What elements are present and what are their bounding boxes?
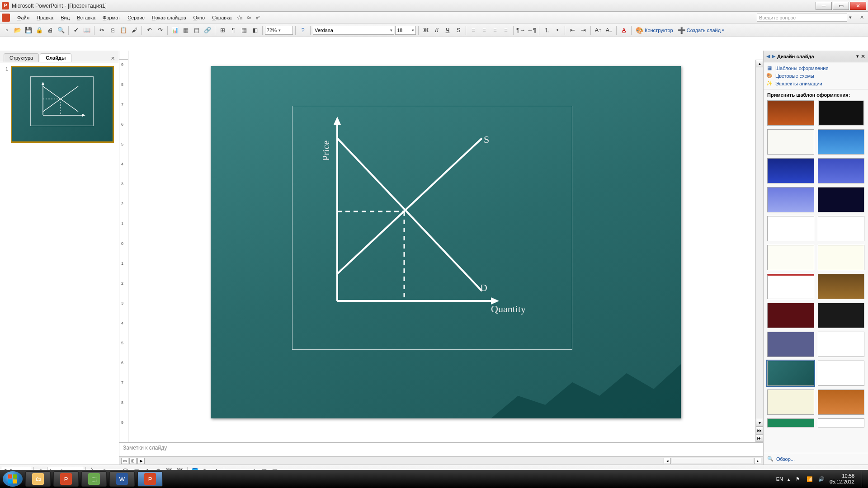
template-thumb[interactable]	[818, 245, 865, 270]
template-thumb[interactable]	[818, 389, 865, 415]
tp-link-colors[interactable]: 🎨Цветовые схемы	[766, 72, 865, 80]
slide-canvas[interactable]: Price Quantity S D ▴ ▾ ⏮ ⏭	[128, 60, 763, 442]
menu-insert[interactable]: Вставка	[73, 14, 99, 21]
scroll-down-icon[interactable]: ▾	[756, 419, 763, 427]
paste-icon[interactable]: 📋	[118, 25, 128, 35]
shadow-icon[interactable]: S	[453, 25, 463, 35]
tables-borders-icon[interactable]: ▤	[192, 25, 202, 35]
tp-fwd-icon[interactable]: ▶	[772, 53, 775, 59]
tab-structure[interactable]: Структура	[4, 53, 39, 62]
menu-slideshow[interactable]: Показ слайдов	[148, 14, 190, 21]
tray-language[interactable]: EN	[776, 476, 783, 482]
document-system-icon[interactable]	[2, 14, 10, 22]
underline-icon[interactable]: Ч	[443, 25, 453, 35]
new-icon[interactable]: ▫	[2, 25, 12, 35]
tp-back-icon[interactable]: ◀	[766, 53, 770, 59]
font-color-icon[interactable]: A	[619, 25, 629, 35]
increase-font-icon[interactable]: A↑	[593, 25, 603, 35]
ask-question-box[interactable]: Введите вопрос	[757, 14, 847, 22]
insert-table-icon[interactable]: ▦	[181, 25, 191, 35]
template-thumb[interactable]	[767, 418, 814, 427]
template-thumb[interactable]	[767, 332, 814, 357]
template-thumb[interactable]	[767, 389, 814, 415]
template-thumb-selected[interactable]	[767, 361, 814, 386]
align-right-icon[interactable]: ≡	[490, 25, 500, 35]
tray-volume-icon[interactable]: 🔊	[818, 475, 825, 483]
template-thumb[interactable]	[767, 187, 814, 212]
tp-browse-link[interactable]: 🔍Обзор...	[767, 455, 864, 463]
template-thumb[interactable]	[767, 100, 814, 126]
tray-network-icon[interactable]: 📶	[806, 475, 813, 483]
scroll-left-icon[interactable]: ◂	[664, 458, 671, 464]
next-slide-icon[interactable]: ⏭	[756, 434, 763, 442]
notes-pane[interactable]: Заметки к слайду	[119, 442, 763, 456]
zoom-combo[interactable]: 72%▾	[265, 26, 293, 35]
bullet-list-icon[interactable]: •	[552, 25, 562, 35]
show-desktop-button[interactable]	[862, 471, 865, 487]
superscript-icon[interactable]: x₂	[245, 14, 252, 21]
slideshow-view-icon[interactable]: ▶	[137, 458, 145, 464]
font-name-combo[interactable]: Verdana▾	[313, 26, 394, 35]
sorter-view-icon[interactable]: ⊞	[129, 458, 137, 464]
research-icon[interactable]: 📖	[82, 25, 92, 35]
decrease-font-icon[interactable]: A↓	[604, 25, 614, 35]
menu-file[interactable]: Файл	[14, 14, 33, 21]
template-thumb[interactable]	[818, 332, 865, 357]
tp-link-animation[interactable]: ✨Эффекты анимации	[766, 80, 865, 87]
menu-window[interactable]: Окно	[190, 14, 209, 21]
template-thumb[interactable]	[767, 274, 814, 299]
tp-close-icon[interactable]: ✕	[861, 53, 865, 60]
help-icon[interactable]: ?	[298, 25, 308, 35]
menu-format[interactable]: Формат	[99, 14, 124, 21]
designer-link[interactable]: 🎨Конструктор	[634, 27, 675, 34]
tab-slides[interactable]: Слайды	[40, 53, 71, 62]
start-button[interactable]	[3, 471, 23, 487]
template-thumb[interactable]	[767, 158, 814, 183]
menu-help[interactable]: Справка	[208, 14, 235, 21]
open-icon[interactable]: 📂	[13, 25, 23, 35]
minimize-button[interactable]: ─	[816, 2, 832, 10]
undo-icon[interactable]: ↶	[144, 25, 154, 35]
taskbar-powerpoint-running[interactable]: P	[137, 471, 163, 487]
slide-thumbnail-1[interactable]	[11, 66, 114, 143]
create-slide-link[interactable]: ➕Создать слайд▾	[676, 27, 726, 34]
align-justify-icon[interactable]: ≡	[501, 25, 511, 35]
spelling-icon[interactable]: ✔	[71, 25, 81, 35]
insert-hyperlink-icon[interactable]: 🔗	[203, 25, 212, 35]
template-thumb[interactable]	[818, 418, 865, 427]
copy-icon[interactable]: ⎘	[108, 25, 118, 35]
doc-close-icon[interactable]: ✕	[858, 14, 865, 21]
template-thumb[interactable]	[818, 361, 865, 386]
template-thumb[interactable]	[818, 100, 865, 126]
prev-slide-icon[interactable]: ⏮	[756, 427, 763, 434]
template-thumb[interactable]	[818, 158, 865, 183]
taskbar-unknown[interactable]: ⬚	[81, 471, 107, 487]
print-icon[interactable]: 🖨	[45, 25, 55, 35]
scroll-right-icon[interactable]: ▸	[754, 458, 761, 464]
bold-icon[interactable]: Ж	[421, 25, 431, 35]
menu-edit[interactable]: Правка	[33, 14, 57, 21]
redo-icon[interactable]: ↷	[155, 25, 165, 35]
template-thumb[interactable]	[818, 129, 865, 155]
tray-show-hidden-icon[interactable]: ▴	[788, 477, 790, 482]
tp-link-templates[interactable]: ▦Шаблоны оформления	[766, 64, 865, 72]
format-painter-icon[interactable]: 🖌	[129, 25, 139, 35]
font-size-combo[interactable]: 18▾	[395, 26, 416, 35]
expand-all-icon[interactable]: ⊞	[217, 25, 227, 35]
template-thumb[interactable]	[767, 129, 814, 155]
preview-icon[interactable]: 🔍	[56, 25, 66, 35]
italic-icon[interactable]: К	[432, 25, 442, 35]
taskbar-word[interactable]: W	[109, 471, 135, 487]
menu-tools[interactable]: Сервис	[124, 14, 148, 21]
template-thumb[interactable]	[818, 216, 865, 241]
h-scrollbar[interactable]	[672, 458, 753, 464]
decrease-indent-icon[interactable]: ⇤	[567, 25, 577, 35]
taskbar-explorer[interactable]: 🗂	[25, 471, 51, 487]
pane-close-icon[interactable]: ✕	[109, 55, 116, 62]
vertical-ruler[interactable]: 9876543210123456789	[119, 60, 128, 442]
subscript-icon[interactable]: x²	[254, 14, 261, 21]
vertical-scrollbar[interactable]: ▴ ▾ ⏮ ⏭	[755, 60, 763, 442]
close-button[interactable]: ✕	[850, 2, 866, 10]
numbered-list-icon[interactable]: ⒈	[542, 25, 552, 35]
align-left-icon[interactable]: ≡	[468, 25, 478, 35]
